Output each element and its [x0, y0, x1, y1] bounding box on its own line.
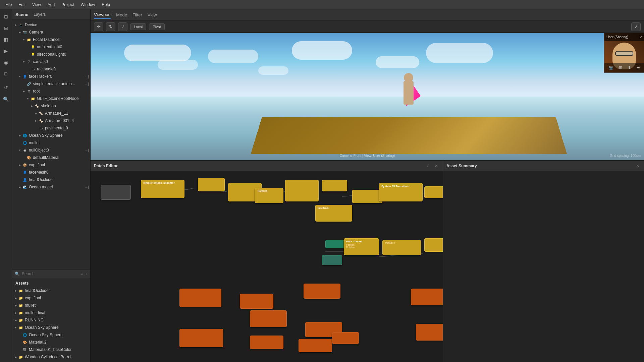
user-preview-menu-icon[interactable]: ☰: [636, 65, 640, 70]
tree-item-armature-11[interactable]: ▶ 🦴 Armature_11: [12, 110, 90, 117]
viewport-tab-filter[interactable]: Filter: [132, 11, 142, 19]
patch-node-bottom-3[interactable]: [299, 339, 332, 352]
patch-node-11[interactable]: [424, 186, 443, 198]
tree-item-tentacle[interactable]: ▶ 🔗 simple tentacle anima... →|: [12, 80, 90, 87]
user-preview-cam-icon[interactable]: 📷: [608, 65, 613, 70]
patch-node-bottom-mid[interactable]: [416, 324, 443, 341]
toolbar-scene-icon[interactable]: ⊟: [1, 23, 11, 33]
patch-node-face-tracker[interactable]: Face Tracker Position Rotation: [344, 238, 379, 255]
asset-material-base-color[interactable]: ▶ 🖼 Material.001_baseColor: [12, 346, 90, 353]
toolbar-search-icon[interactable]: 🔍: [1, 95, 11, 104]
asset-summary-close-btn[interactable]: ✕: [635, 163, 641, 169]
toolbar-layers-icon[interactable]: ◧: [1, 35, 11, 44]
toolbar-scripts-icon[interactable]: ↺: [1, 83, 11, 93]
patch-node-facetrack[interactable]: faceTrack: [315, 205, 352, 222]
tree-item-camera[interactable]: ▶ 📷 Camera: [12, 28, 90, 36]
vp-local-btn[interactable]: Local: [130, 23, 146, 30]
patch-node-fan-3[interactable]: [250, 310, 287, 327]
patch-node-fan-2[interactable]: [240, 294, 273, 309]
scene-tree: ▶ 📱 Device ▶ 📷 Camera ▼ 📁 Focal Distance: [12, 20, 90, 269]
tree-item-armature-001[interactable]: ▶ 🦴 Armature.001_4: [12, 117, 90, 124]
viewport-tab-view[interactable]: View: [148, 11, 157, 19]
patch-node-1[interactable]: [101, 185, 131, 200]
user-preview-share-icon[interactable]: ⬆: [628, 65, 631, 70]
asset-running[interactable]: ▶ 📁 RUNNING: [12, 316, 90, 324]
menu-edit[interactable]: Edit: [16, 2, 28, 8]
patch-node-18[interactable]: Transition: [382, 240, 421, 255]
menu-window[interactable]: Window: [78, 2, 98, 8]
vp-scale-btn[interactable]: ⤢: [118, 22, 127, 31]
patch-editor-close-btn[interactable]: ✕: [433, 163, 439, 169]
menu-file[interactable]: File: [3, 2, 14, 8]
filter-icon[interactable]: ≡: [80, 272, 83, 276]
patch-node-tentacle[interactable]: simple tentacle animator: [141, 180, 184, 198]
patch-node-bottom-5[interactable]: [332, 332, 359, 344]
toolbar-effects-icon[interactable]: ▶: [1, 46, 11, 56]
vp-translate-btn[interactable]: ✛: [94, 22, 103, 31]
patch-node-6[interactable]: [285, 180, 319, 201]
menu-help[interactable]: Help: [99, 2, 113, 8]
patch-node-5[interactable]: Transition: [255, 188, 283, 203]
toolbar-materials-icon[interactable]: □: [1, 69, 11, 78]
patch-node-green[interactable]: [325, 240, 345, 248]
asset-wooden-barrel[interactable]: ▶ 📁 Wooden Cylindrical Barrel: [12, 353, 90, 361]
vp-rotate-btn[interactable]: ↻: [106, 22, 115, 31]
patch-node-sys-transition[interactable]: System JS Transition: [379, 183, 423, 201]
patch-node-center[interactable]: [322, 255, 342, 265]
tree-item-gltf[interactable]: ▼ 📁 GLTF_SceneRootNode: [12, 95, 90, 102]
patch-node-19[interactable]: [424, 238, 443, 252]
patch-node-7[interactable]: [322, 180, 347, 191]
menu-view[interactable]: View: [30, 2, 44, 8]
tree-item-ocean-model[interactable]: ▶ 🌊 Ocean model →|: [12, 183, 90, 191]
patch-node-3[interactable]: [198, 178, 225, 191]
viewport-canvas[interactable]: Camera: Front | View: User (Sharing) Gri…: [91, 33, 644, 160]
tree-item-focal-distance[interactable]: ▼ 📁 Focal Distance: [12, 36, 90, 43]
patch-node-bottom-1[interactable]: [179, 329, 223, 347]
user-glasses: [615, 51, 633, 56]
asset-ocean-sky-sphere-group[interactable]: ▼ 📁 Ocean Sky Sphere: [12, 324, 90, 331]
menu-project[interactable]: Project: [59, 2, 76, 8]
asset-ocean-sky-sphere-mesh[interactable]: ▶ 🌐 Ocean Sky Sphere: [12, 331, 90, 339]
search-input[interactable]: [22, 272, 78, 276]
tree-item-rectangle0[interactable]: ▶ ▭ rectangle0: [12, 65, 90, 73]
user-preview-screen-icon[interactable]: ⊞: [619, 65, 622, 70]
tree-item-face-mesh[interactable]: ▶ 👤 faceMesh0: [12, 169, 90, 176]
tree-item-canvas0[interactable]: ▼ ☑ canvas0: [12, 58, 90, 65]
viewport-tab-mode[interactable]: Mode: [116, 11, 127, 19]
tree-item-root[interactable]: ▶ ⚙ root: [12, 87, 90, 95]
patch-node-9[interactable]: [352, 190, 382, 203]
tree-item-cap-final[interactable]: ▶ 📦 cap_final: [12, 161, 90, 169]
patch-node-fan-5[interactable]: [411, 289, 443, 305]
vp-expand-btn[interactable]: ⤢: [631, 22, 641, 31]
tree-item-face-tracker[interactable]: ▼ 👤 faceTracker0 →|: [12, 73, 90, 80]
scene-panel-layers-tab[interactable]: Layers: [32, 11, 48, 17]
patch-node-fan-1[interactable]: [179, 289, 221, 307]
viewport-tab-main[interactable]: Viewport: [94, 11, 111, 19]
tree-item-skeleton[interactable]: ▶ 🦴 skeleton: [12, 102, 90, 110]
toolbar-objects-icon[interactable]: ◉: [1, 58, 11, 67]
asset-material-2[interactable]: ▶ 🎨 Material.2: [12, 339, 90, 346]
tree-label-root: root: [33, 89, 40, 94]
asset-cap-final[interactable]: ▶ 📁 cap_final: [12, 294, 90, 302]
tree-item-device[interactable]: ▶ 📱 Device: [12, 21, 90, 28]
tree-item-directional-light[interactable]: ▶ 💡 directionalLight0: [12, 51, 90, 58]
tree-item-ocean-sky-sphere[interactable]: ▶ 🌐 Ocean Sky Sphere: [12, 132, 90, 139]
user-preview-expand[interactable]: ⤢: [639, 35, 642, 39]
tree-item-ambient-light[interactable]: ▶ 💡 ambientLight0: [12, 43, 90, 51]
asset-head-occluder[interactable]: ▶ 📁 headOccluder: [12, 287, 90, 294]
patch-node-bottom-4[interactable]: [250, 336, 283, 349]
menu-add[interactable]: Add: [45, 2, 57, 8]
add-asset-icon[interactable]: +: [85, 271, 88, 277]
patch-canvas[interactable]: simple tentacle animator Transition face…: [91, 171, 443, 362]
tree-item-default-material[interactable]: ▶ 🎨 defaultMaterial: [12, 154, 90, 161]
toolbar-grid-icon[interactable]: ⊞: [1, 12, 11, 21]
patch-editor-expand-btn[interactable]: ⤢: [425, 163, 431, 169]
tree-item-head-occluder[interactable]: ▶ 👤 headOccluder: [12, 176, 90, 183]
asset-mullet-final[interactable]: ▶ 📁 mullet_final: [12, 309, 90, 316]
patch-node-fan-4[interactable]: [304, 284, 340, 299]
vp-pivot-btn[interactable]: Pivot: [149, 23, 164, 30]
asset-mullet[interactable]: ▶ 📁 mullet: [12, 302, 90, 309]
tree-item-pavimento[interactable]: ▶ ▭ pavimento_0: [12, 124, 90, 132]
tree-item-mullet[interactable]: ▶ 🌐 mullet: [12, 139, 90, 146]
tree-item-null-object[interactable]: ▼ ◉ nullObject0 →|: [12, 146, 90, 154]
